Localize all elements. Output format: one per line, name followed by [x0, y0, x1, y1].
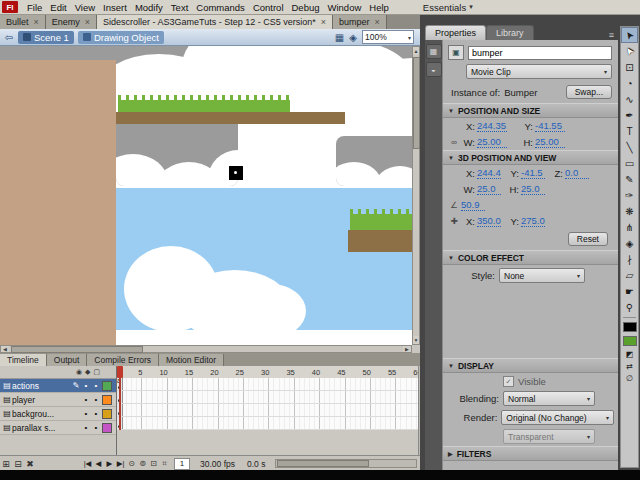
- doc-tab-enemy[interactable]: Enemy ×: [46, 15, 97, 29]
- tab-timeline[interactable]: Timeline: [0, 354, 47, 366]
- doc-tab-bumper[interactable]: bumper ×: [333, 15, 387, 29]
- 3d-h-value[interactable]: 25.0: [521, 183, 545, 195]
- layer-visibility-dot[interactable]: •: [81, 409, 91, 418]
- menu-control[interactable]: Control: [249, 2, 288, 13]
- menu-text[interactable]: Text: [167, 2, 192, 13]
- constrain-link-icon[interactable]: ∞: [447, 137, 461, 147]
- h-value[interactable]: 25.00: [535, 136, 565, 148]
- back-button[interactable]: ⇦: [2, 32, 16, 43]
- scroll-down-arrow[interactable]: ▼: [413, 336, 419, 344]
- 3d-w-value[interactable]: 25.0: [477, 183, 501, 195]
- workspace-switcher[interactable]: Essentials ▾: [419, 2, 477, 13]
- deco-tool[interactable]: ❋: [621, 203, 638, 219]
- bumper-instance[interactable]: [229, 166, 243, 180]
- onion-skin-button[interactable]: ⊙: [126, 459, 137, 468]
- close-icon[interactable]: ×: [375, 17, 380, 27]
- swap-colors-icon[interactable]: ⇄: [621, 360, 638, 372]
- onion-skin-outlines-button[interactable]: ⊚: [137, 459, 148, 468]
- section-3d-position-and-view[interactable]: ▼ 3D POSITION AND VIEW: [443, 150, 618, 165]
- scrollbar-thumb[interactable]: [413, 57, 420, 149]
- layer-visibility-dot[interactable]: •: [81, 423, 91, 432]
- frame-row-background[interactable]: [117, 404, 418, 417]
- layer-outline-swatch[interactable]: [102, 395, 112, 405]
- menu-modify[interactable]: Modify: [131, 2, 167, 13]
- eyedropper-tool[interactable]: ∤: [621, 251, 638, 267]
- section-position-and-size[interactable]: ▼ POSITION AND SIZE: [443, 103, 618, 118]
- panel-menu-icon[interactable]: ≡: [609, 30, 618, 40]
- menu-insert[interactable]: Insert: [99, 2, 131, 13]
- layer-lock-dot[interactable]: •: [91, 409, 101, 418]
- frames-area[interactable]: 5 10 15 20 25 30 35 40 45 50 55 60: [117, 366, 418, 455]
- doc-tab-sidescroller[interactable]: Sidescroller - AS3GameTuts - Step 12 - C…: [97, 15, 333, 29]
- fill-color-swatch[interactable]: [623, 336, 637, 346]
- frame-grid[interactable]: a: [117, 378, 418, 430]
- text-tool[interactable]: T: [621, 123, 638, 139]
- line-tool[interactable]: ╲: [621, 139, 638, 155]
- stroke-color-swatch[interactable]: [623, 322, 637, 332]
- hand-tool[interactable]: ☛: [621, 283, 638, 299]
- layer-visibility-dot[interactable]: •: [81, 395, 91, 404]
- goto-last-frame-button[interactable]: ▶|: [115, 459, 126, 468]
- layer-outline-swatch[interactable]: [102, 409, 112, 419]
- scroll-left-arrow[interactable]: ◀: [1, 346, 9, 352]
- vanishing-x-value[interactable]: 350.0: [477, 215, 501, 227]
- playhead-line[interactable]: [119, 378, 121, 430]
- scrollbar-track[interactable]: [9, 346, 403, 352]
- frame-row-actions[interactable]: a: [117, 378, 418, 391]
- eraser-tool[interactable]: ▱: [621, 267, 638, 283]
- tab-motion-editor[interactable]: Motion Editor: [159, 354, 224, 366]
- goto-first-frame-button[interactable]: |◀: [82, 459, 93, 468]
- layer-row-background[interactable]: ▤ backgrou... • •: [0, 407, 116, 421]
- docked-panel-icon-top[interactable]: ▦: [426, 44, 442, 59]
- vanishing-y-value[interactable]: 275.0: [521, 215, 545, 227]
- 3d-rotation-tool[interactable]: ◔: [621, 75, 638, 91]
- close-icon[interactable]: ×: [321, 17, 326, 27]
- lock-column-icon[interactable]: ◆: [85, 368, 90, 376]
- render-dropdown[interactable]: Original (No Change) ▾: [501, 410, 614, 425]
- timeline-horizontal-scrollbar[interactable]: [275, 459, 417, 468]
- reset-button[interactable]: Reset: [568, 232, 608, 246]
- menu-help[interactable]: Help: [365, 2, 393, 13]
- menu-view[interactable]: View: [71, 2, 99, 13]
- menu-window[interactable]: Window: [324, 2, 366, 13]
- edit-multiple-frames-button[interactable]: ⊡: [148, 459, 159, 468]
- subselection-tool[interactable]: ➤: [621, 43, 638, 59]
- layer-outline-swatch[interactable]: [102, 381, 112, 391]
- menu-commands[interactable]: Commands: [192, 2, 249, 13]
- tab-compile-errors[interactable]: Compile Errors: [87, 354, 159, 366]
- bone-tool[interactable]: ⋔: [621, 219, 638, 235]
- section-filters[interactable]: ▶ FILTERS: [443, 446, 618, 461]
- layer-row-actions[interactable]: ▤ actions ✎ • •: [0, 379, 116, 393]
- frame-row-player[interactable]: [117, 391, 418, 404]
- frame-row-parallax[interactable]: [117, 417, 418, 430]
- instance-name-input[interactable]: [468, 46, 612, 60]
- lasso-tool[interactable]: ∿: [621, 91, 638, 107]
- delete-layer-button[interactable]: ✖: [24, 459, 36, 469]
- doc-tab-bullet[interactable]: Bullet ×: [0, 15, 46, 29]
- layer-row-player[interactable]: ▤ player • •: [0, 393, 116, 407]
- scrollbar-track[interactable]: [413, 55, 419, 336]
- 3d-x-value[interactable]: 244.4: [477, 167, 501, 179]
- play-button[interactable]: ▶: [104, 459, 115, 468]
- edit-symbols-icon[interactable]: ◈: [349, 32, 357, 43]
- selection-tool[interactable]: ➤: [621, 27, 638, 43]
- docked-panel-icon-bottom[interactable]: ◒: [426, 62, 442, 77]
- edit-scene-icon[interactable]: ▦: [335, 32, 344, 43]
- layer-lock-dot[interactable]: •: [91, 395, 101, 404]
- w-value[interactable]: 25.00: [477, 136, 507, 148]
- stage-horizontal-scrollbar[interactable]: ◀ ▶: [0, 345, 412, 353]
- 3d-z-value[interactable]: 0.0: [565, 167, 589, 179]
- stage-canvas[interactable]: [0, 46, 412, 345]
- rectangle-tool[interactable]: ▭: [621, 155, 638, 171]
- layer-visibility-dot[interactable]: •: [81, 381, 91, 390]
- menu-debug[interactable]: Debug: [288, 2, 324, 13]
- visible-checkbox[interactable]: ✓: [503, 376, 514, 387]
- pen-tool[interactable]: ✒: [621, 107, 638, 123]
- t ab-output[interactable]: Output: [47, 354, 88, 366]
- close-icon[interactable]: ×: [34, 17, 39, 27]
- modify-markers-button[interactable]: ⌗: [159, 459, 170, 469]
- x-value[interactable]: 244.35: [477, 120, 507, 132]
- outline-column-icon[interactable]: ▢: [93, 368, 100, 376]
- perspective-angle-value[interactable]: 50.9: [461, 199, 485, 211]
- 3d-y-value[interactable]: -41.5: [521, 167, 545, 179]
